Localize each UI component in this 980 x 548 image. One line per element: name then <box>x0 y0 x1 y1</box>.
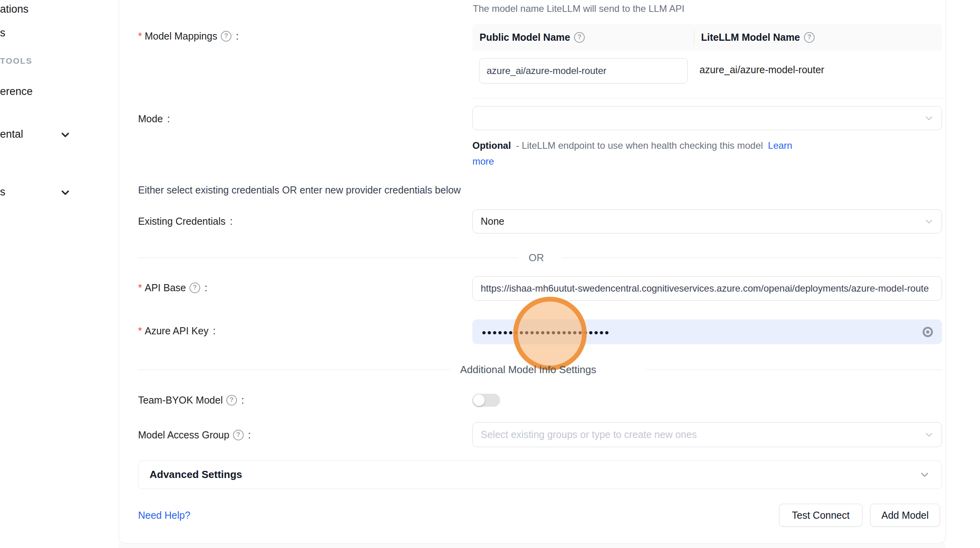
chevron-down-icon <box>923 429 935 440</box>
label-text: Azure API Key <box>145 325 209 337</box>
toggle-knob <box>473 394 485 406</box>
model-name-helper-text: The model name LiteLLM will send to the … <box>473 3 684 14</box>
label-colon: : <box>205 282 207 294</box>
helper-text: - LiteLLM endpoint to use when health ch… <box>516 140 763 151</box>
column-header-label: LiteLLM Model Name <box>701 32 800 43</box>
existing-credentials-select[interactable]: None <box>472 209 942 233</box>
sidebar-item-organizations[interactable]: ations <box>0 3 28 15</box>
sidebar-item-settings[interactable]: s <box>0 186 6 198</box>
label-text: Team-BYOK Model <box>138 394 223 406</box>
sidebar: ations s TOOLS erence ental s <box>0 0 119 548</box>
model-mappings-label: * Model Mappings ? : <box>138 30 239 42</box>
label-colon: : <box>236 30 239 42</box>
required-asterisk: * <box>138 325 142 337</box>
label-text: Existing Credentials <box>138 215 226 227</box>
model-mappings-table: Public Model Name ? LiteLLM Model Name ?… <box>472 24 942 98</box>
public-model-name-input[interactable] <box>479 58 688 83</box>
sidebar-item-experimental[interactable]: ental <box>0 128 23 140</box>
sidebar-item-label: s <box>0 186 6 198</box>
label-text: API Base <box>145 282 186 294</box>
api-base-label: * API Base ? : <box>138 282 207 294</box>
sidebar-item-label: s <box>0 27 6 39</box>
help-icon[interactable]: ? <box>804 32 815 43</box>
label-text: Model Access Group <box>138 429 229 441</box>
team-byok-toggle[interactable] <box>472 394 500 407</box>
advanced-settings-panel[interactable]: Advanced Settings <box>138 460 942 489</box>
column-header-litellm-model-name: LiteLLM Model Name ? <box>694 24 942 51</box>
existing-credentials-label: Existing Credentials : <box>138 215 233 227</box>
model-access-group-select[interactable]: Select existing groups or type to create… <box>472 422 942 447</box>
column-header-public-model-name: Public Model Name ? <box>472 24 694 51</box>
chevron-down-icon <box>919 469 931 481</box>
divider-line <box>562 258 942 258</box>
page-background <box>119 544 946 548</box>
divider-line <box>138 258 518 258</box>
add-model-button[interactable]: Add Model <box>870 504 940 527</box>
table-row: azure_ai/azure-model-router <box>472 51 942 98</box>
label-colon: : <box>230 215 233 227</box>
chevron-down-icon <box>923 216 935 227</box>
litellm-model-name-value: azure_ai/azure-model-router <box>699 64 824 76</box>
column-header-label: Public Model Name <box>480 32 570 43</box>
help-icon[interactable]: ? <box>221 31 231 42</box>
masked-password-dots: •••••••••••••••••••••••• <box>482 326 610 339</box>
advanced-settings-title: Advanced Settings <box>150 468 242 481</box>
chevron-down-icon[interactable] <box>59 187 71 199</box>
label-text: Mode <box>138 113 163 125</box>
add-model-page: ations s TOOLS erence ental s The model … <box>0 0 980 548</box>
eye-icon[interactable] <box>921 326 934 338</box>
need-help-link[interactable]: Need Help? <box>138 510 190 521</box>
help-icon[interactable]: ? <box>226 395 237 406</box>
help-icon[interactable]: ? <box>574 32 585 43</box>
sidebar-item-label: ental <box>0 128 23 140</box>
chevron-down-icon <box>923 113 935 124</box>
sidebar-item-label: erence <box>0 85 33 97</box>
help-icon[interactable]: ? <box>233 430 244 440</box>
label-text: Model Mappings <box>145 30 217 42</box>
help-icon[interactable]: ? <box>190 283 200 293</box>
model-access-group-label: Model Access Group ? : <box>138 429 251 441</box>
divider-line <box>138 370 451 370</box>
required-asterisk: * <box>138 30 142 42</box>
api-base-input[interactable] <box>472 276 942 301</box>
azure-api-key-label: * Azure API Key : <box>138 325 216 337</box>
label-colon: : <box>213 325 216 337</box>
sidebar-item-models[interactable]: s <box>0 27 6 39</box>
table-header-row: Public Model Name ? LiteLLM Model Name ? <box>472 24 942 51</box>
divider-line <box>645 370 942 370</box>
label-colon: : <box>241 394 244 406</box>
required-asterisk: * <box>138 282 142 294</box>
team-byok-label: Team-BYOK Model ? : <box>138 394 244 406</box>
azure-api-key-input[interactable]: •••••••••••••••••••••••• <box>472 319 942 344</box>
selected-value: None <box>481 216 504 227</box>
label-colon: : <box>167 113 170 125</box>
sidebar-item-label: ations <box>0 3 28 15</box>
chevron-down-icon[interactable] <box>59 129 71 141</box>
header-divider <box>694 30 694 44</box>
test-connect-button[interactable]: Test Connect <box>779 504 862 527</box>
helper-bold: Optional <box>472 140 511 151</box>
sidebar-section-label: TOOLS <box>0 56 32 65</box>
select-placeholder: Select existing groups or type to create… <box>481 429 697 440</box>
sidebar-item-reference[interactable]: erence <box>0 85 33 98</box>
mode-select[interactable] <box>472 106 942 130</box>
mode-label: Mode : <box>138 113 170 125</box>
or-divider-text: OR <box>529 252 544 264</box>
credentials-note: Either select existing credentials OR en… <box>138 184 461 196</box>
mode-helper-text: Optional - LiteLLM endpoint to use when … <box>472 138 805 169</box>
sidebar-section-tools: TOOLS <box>0 56 32 66</box>
additional-settings-divider-text: Additional Model Info Settings <box>460 364 596 376</box>
label-colon: : <box>248 429 251 441</box>
